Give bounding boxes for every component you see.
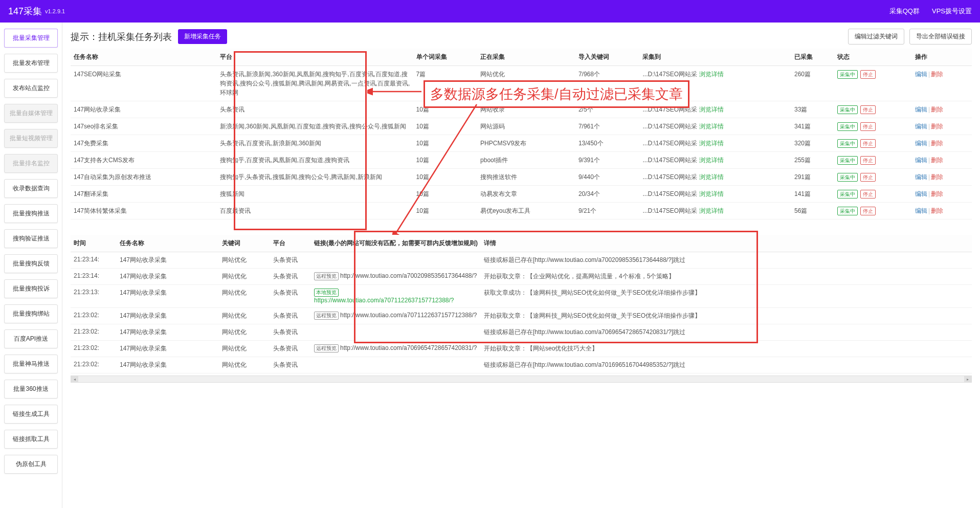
edit-link[interactable]: 编辑	[915, 71, 927, 78]
sidebar-item-11[interactable]: 批量搜狗绑站	[4, 304, 58, 323]
task-collecting: 易优eyou发布工具	[477, 203, 575, 219]
sidebar-item-14[interactable]: 批量360推送	[4, 380, 58, 399]
log-task: 147网站收录采集	[117, 252, 219, 269]
remote-preview-badge[interactable]: 远程预览	[314, 272, 339, 280]
stop-button[interactable]: 停止	[860, 70, 876, 79]
task-row: 147自动采集为原创发布推送搜狗知乎,头条资讯,搜狐新闻,搜狗公众号,腾讯新闻,…	[71, 169, 972, 186]
delete-link[interactable]: 删除	[931, 71, 943, 78]
delete-link[interactable]: 删除	[931, 207, 943, 214]
app-version: v1.2.9.1	[45, 8, 65, 14]
sidebar-item-17[interactable]: 伪原创工具	[4, 455, 58, 474]
log-keyword: 网站优化	[219, 285, 270, 308]
edit-link[interactable]: 编辑	[915, 207, 927, 214]
sidebar-item-12[interactable]: 百度API推送	[4, 329, 58, 348]
edit-link[interactable]: 编辑	[915, 157, 927, 164]
edit-filter-button[interactable]: 编辑过滤关键词	[848, 29, 904, 45]
sidebar-item-6[interactable]: 收录数据查询	[4, 179, 58, 198]
task-name: 147网站收录采集	[71, 101, 217, 118]
log-keyword: 网站优化	[219, 357, 270, 373]
local-preview-badge[interactable]: 本地预览	[314, 289, 339, 297]
delete-link[interactable]: 删除	[931, 157, 943, 164]
new-task-button[interactable]: 新增采集任务	[178, 29, 227, 44]
logs-col-time: 时间	[71, 235, 117, 252]
sidebar-item-5: 批量排名监控	[4, 154, 58, 173]
sidebar-item-15[interactable]: 链接生成工具	[4, 405, 58, 424]
remote-preview-badge[interactable]: 远程预览	[314, 344, 339, 352]
task-per: 10篇	[413, 186, 478, 203]
logs-col-link: 链接(最小的网站可能没有匹配，如需要可群内反馈增加规则)	[311, 235, 481, 252]
view-detail-link[interactable]: 浏览详情	[699, 123, 724, 130]
task-collected: 341篇	[791, 118, 834, 135]
edit-link[interactable]: 编辑	[915, 140, 927, 147]
task-name: 147自动采集为原创发布推送	[71, 169, 217, 186]
sidebar-item-13[interactable]: 批量神马推送	[4, 355, 58, 373]
task-platform: 头条资讯	[217, 101, 413, 118]
edit-link[interactable]: 编辑	[915, 190, 927, 197]
task-to: ...D:\147SEO网站采 浏览详情	[639, 101, 791, 118]
sidebar-item-8[interactable]: 搜狗验证推送	[4, 229, 58, 248]
tasks-table: 任务名称平台单个词采集正在采集导入关键词采集到已采集状态操作 147SEO网站采…	[71, 49, 972, 219]
scroll-left-icon[interactable]: ◂	[71, 376, 78, 382]
edit-link[interactable]: 编辑	[915, 173, 927, 181]
task-row: 147网站收录采集头条资讯10篇网站收录2/5个...D:\147SEO网站采 …	[71, 101, 972, 118]
task-collected: 291篇	[791, 169, 834, 186]
task-platform: 百度最资讯	[217, 203, 413, 219]
delete-link[interactable]: 删除	[931, 173, 943, 181]
stop-button[interactable]: 停止	[860, 139, 876, 148]
view-detail-link[interactable]: 浏览详情	[699, 140, 724, 147]
delete-link[interactable]: 删除	[931, 123, 943, 130]
view-detail-link[interactable]: 浏览详情	[699, 173, 724, 181]
edit-link[interactable]: 编辑	[915, 123, 927, 130]
log-time: 21:23:14:	[71, 252, 117, 269]
stop-button[interactable]: 停止	[860, 207, 876, 215]
sidebar-item-16[interactable]: 链接抓取工具	[4, 430, 58, 449]
sidebar: 批量采集管理批量发布管理发布站点监控批量自媒体管理批量短视频管理批量排名监控收录…	[0, 23, 62, 508]
delete-link[interactable]: 删除	[931, 140, 943, 147]
sidebar-item-0[interactable]: 批量采集管理	[4, 29, 58, 48]
log-platform: 头条资讯	[270, 324, 311, 341]
stop-button[interactable]: 停止	[860, 122, 876, 131]
view-detail-link[interactable]: 浏览详情	[699, 157, 724, 164]
task-collecting: 搜狗推送软件	[477, 169, 575, 186]
export-errors-button[interactable]: 导出全部错误链接	[909, 29, 972, 45]
remote-preview-badge[interactable]: 远程预览	[314, 312, 339, 320]
log-time: 21:23:02:	[71, 308, 117, 324]
sidebar-item-7[interactable]: 批量搜狗推送	[4, 204, 58, 223]
sidebar-item-2[interactable]: 发布站点监控	[4, 79, 58, 98]
task-name: 147免费采集	[71, 135, 217, 152]
task-row: 147简体转繁体采集百度最资讯10篇易优eyou发布工具9/21个...D:\1…	[71, 203, 972, 219]
stop-button[interactable]: 停止	[860, 173, 876, 182]
view-detail-link[interactable]: 浏览详情	[699, 190, 724, 197]
horizontal-scrollbar[interactable]: ◂ ▸	[71, 376, 972, 383]
task-per: 10篇	[413, 203, 478, 219]
log-time: 21:23:02:	[71, 341, 117, 357]
status-badge: 采集中	[837, 190, 858, 198]
stop-button[interactable]: 停止	[860, 156, 876, 165]
qq-group-link[interactable]: 采集QQ群	[889, 7, 920, 16]
stop-button[interactable]: 停止	[860, 190, 876, 198]
delete-link[interactable]: 删除	[931, 190, 943, 197]
task-ops: 编辑|删除	[912, 118, 972, 135]
task-status: 采集中 停止	[834, 186, 912, 203]
task-kw: 7/968个	[575, 66, 640, 101]
view-detail-link[interactable]: 浏览详情	[699, 71, 724, 78]
delete-link[interactable]: 删除	[931, 106, 943, 113]
task-row: 147SEO网站采集头条资讯,新浪新闻,360新闻,凤凰新闻,搜狗知乎,百度资讯…	[71, 66, 972, 101]
tasks-col-collect_to: 采集到	[639, 49, 791, 66]
sidebar-item-9[interactable]: 批量搜狗反馈	[4, 254, 58, 273]
vps-settings-link[interactable]: VPS拨号设置	[932, 7, 972, 16]
view-detail-link[interactable]: 浏览详情	[699, 106, 724, 113]
log-detail: 开始获取文章：【企业网站优化，提高网站流量，4个标准，5个策略】	[481, 269, 972, 285]
task-row: 147翻译采集搜狐新闻10篇动易发布文章20/34个...D:\147SEO网站…	[71, 186, 972, 203]
log-detail: 链接或标题已存在[http://www.toutiao.com/a7069654…	[481, 324, 972, 341]
view-detail-link[interactable]: 浏览详情	[699, 207, 724, 214]
log-row: 21:23:02:147网站收录采集网站优化头条资讯远程预览http://www…	[71, 308, 972, 324]
sidebar-item-1[interactable]: 批量发布管理	[4, 54, 58, 73]
sidebar-item-10[interactable]: 批量搜狗投诉	[4, 279, 58, 298]
edit-link[interactable]: 编辑	[915, 106, 927, 113]
scroll-right-icon[interactable]: ▸	[964, 376, 971, 382]
task-row: 147免费采集头条资讯,百度资讯,新浪新闻,360新闻10篇PHPCMSV9发布…	[71, 135, 972, 152]
stop-button[interactable]: 停止	[860, 105, 876, 114]
status-badge: 采集中	[837, 122, 858, 131]
log-row: 21:23:02:147网站收录采集网站优化头条资讯远程预览http://www…	[71, 341, 972, 357]
